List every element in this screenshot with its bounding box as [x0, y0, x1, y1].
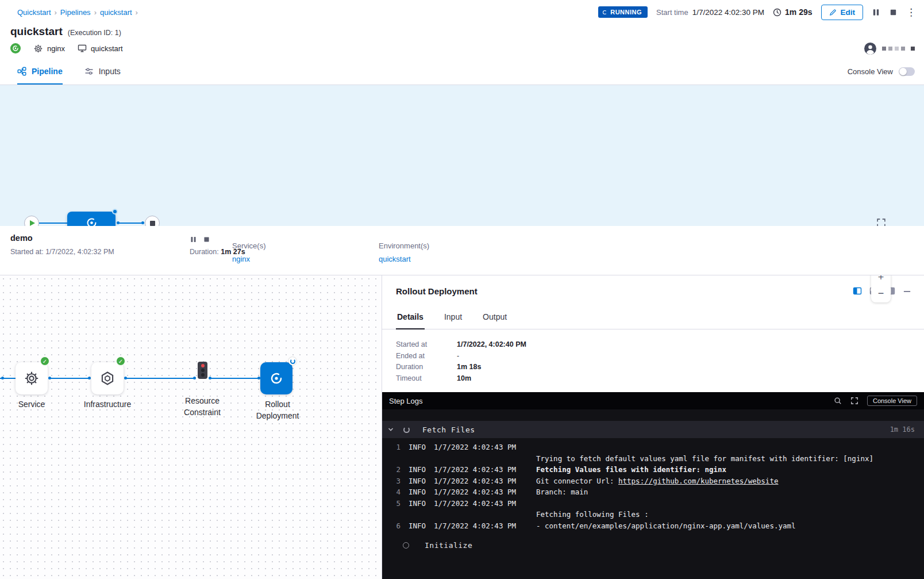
step-detail-title: Rollout Deployment	[396, 286, 478, 296]
log-section-name: Initialize	[425, 541, 472, 550]
step-label-infrastructure: Infrastructure	[73, 398, 142, 410]
pause-icon	[872, 8, 880, 17]
graph-edge	[126, 378, 194, 379]
clock-icon	[773, 8, 781, 17]
step-node-service[interactable]	[16, 362, 48, 394]
connector-dot	[193, 377, 196, 379]
status-badge: RUNNING	[598, 6, 648, 18]
search-icon[interactable]	[834, 397, 842, 405]
pencil-icon	[829, 9, 837, 16]
step-logs-console: Step Logs Console View Fetch Files 1m 16…	[382, 392, 924, 579]
expand-logs-icon[interactable]	[850, 397, 858, 405]
breadcrumb: Quickstart › Pipelines › quickstart ›	[17, 8, 138, 17]
log-line-continuation: Trying to fetch default values yaml file…	[382, 453, 924, 465]
graph-edge	[118, 223, 143, 224]
stage-indicator	[888, 47, 892, 51]
console-view-toggle[interactable]	[899, 67, 915, 76]
breadcrumb-link-pipelines[interactable]: Pipelines	[60, 8, 91, 17]
step-node-rollout-deployment[interactable]	[260, 362, 292, 394]
log-line: 1INFO1/7/2022 4:02:43 PM	[382, 442, 924, 453]
edit-button[interactable]: Edit	[821, 5, 864, 20]
hexagon-icon	[99, 370, 116, 386]
minimize-panel-button[interactable]	[903, 287, 911, 296]
log-line: 6INFO1/7/2022 4:02:43 PM- content/en/exa…	[382, 520, 924, 532]
environment-icon	[78, 44, 87, 53]
detail-label: Started at	[396, 339, 457, 351]
detail-value: 1m 18s	[457, 362, 481, 373]
stage-summary-bar: demo Started at: 1/7/2022, 4:02:32 PM Du…	[0, 226, 924, 275]
step-logs-title: Step Logs	[389, 397, 423, 405]
layout-right-panel-button[interactable]	[853, 286, 862, 296]
breadcrumb-separator: ›	[94, 8, 97, 17]
step-label-resource-constraint: Resource Constraint	[168, 395, 237, 418]
log-line: 5INFO1/7/2022 4:02:43 PM	[382, 498, 924, 509]
breadcrumb-link-pipeline-name[interactable]: quickstart	[100, 8, 132, 17]
pipeline-canvas[interactable]: demo + −	[0, 85, 924, 226]
log-line: 2INFO1/7/2022 4:02:43 PMFetching Values …	[382, 464, 924, 476]
start-time-value: 1/7/2022 4:02:30 PM	[692, 8, 764, 17]
inputs-icon	[84, 67, 94, 76]
stage-started-at: Started at: 1/7/2022, 4:02:32 PM	[10, 248, 114, 256]
services-label: Service(s)	[232, 241, 266, 250]
stage-indicator	[911, 47, 915, 51]
elapsed-time: 1m 29s	[773, 7, 812, 17]
zoom-out-button[interactable]: −	[871, 285, 891, 301]
duration-label: Duration:	[190, 248, 219, 256]
chevron-down-icon	[387, 426, 394, 433]
traffic-light-icon	[201, 364, 205, 367]
stage-indicator	[882, 47, 886, 51]
stage-indicator	[895, 47, 899, 51]
start-time-label: Start time	[656, 8, 688, 17]
breadcrumb-separator: ›	[55, 8, 57, 17]
tab-details[interactable]: Details	[396, 306, 425, 329]
step-label-rollout-deployment: Rollout Deployment	[243, 398, 312, 421]
stage-pause-button[interactable]	[190, 236, 197, 243]
git-connector-link[interactable]: https://github.com/kubernetes/website	[618, 477, 778, 485]
environments-label: Environment(s)	[379, 241, 429, 250]
abort-pipeline-button[interactable]	[889, 8, 898, 17]
pending-circle-icon	[403, 542, 409, 549]
step-node-resource-constraint[interactable]	[198, 362, 207, 379]
service-link[interactable]: nginx	[232, 255, 250, 263]
graph-edge	[211, 378, 259, 379]
detail-value: 10m	[457, 373, 471, 385]
detail-value: -	[457, 351, 459, 362]
tab-output[interactable]: Output	[482, 306, 508, 329]
tab-inputs[interactable]: Inputs	[84, 59, 121, 85]
breadcrumb-link-quickstart[interactable]: Quickstart	[17, 8, 51, 17]
detail-label: Timeout	[396, 373, 457, 385]
stage-running-badge	[112, 209, 118, 214]
console-view-button[interactable]: Console View	[867, 396, 917, 406]
environment-link[interactable]: quickstart	[379, 255, 411, 263]
step-node-infrastructure[interactable]	[91, 362, 124, 394]
environment-chip-label: quickstart	[91, 44, 123, 53]
step-label-service: Service	[0, 398, 66, 410]
rollout-icon	[270, 371, 283, 385]
section-spinner-icon	[403, 427, 410, 433]
stop-icon	[889, 8, 898, 17]
service-chip[interactable]: nginx	[33, 44, 65, 53]
user-avatar	[864, 43, 876, 55]
stage-stop-button[interactable]	[203, 236, 210, 243]
detail-value: 1/7/2022, 4:02:40 PM	[457, 339, 526, 351]
log-lines: 1INFO1/7/2022 4:02:43 PM Trying to fetch…	[382, 438, 924, 532]
execution-graph-canvas[interactable]: ✓ Service ✓ Infrastructure Resource Cons…	[0, 275, 382, 579]
more-options-button[interactable]: ⋮	[906, 7, 916, 17]
tab-input[interactable]: Input	[443, 306, 463, 329]
breadcrumb-separator: ›	[136, 8, 138, 17]
environment-chip[interactable]: quickstart	[78, 44, 123, 53]
log-line: 3INFO1/7/2022 4:02:43 PMGit connector Ur…	[382, 476, 924, 487]
log-section-name: Fetch Files	[422, 425, 475, 434]
pause-pipeline-button[interactable]	[872, 8, 880, 17]
log-section-initialize[interactable]: Initialize	[382, 537, 924, 553]
step-details: Started at 1/7/2022, 4:02:40 PM Ended at…	[382, 329, 924, 392]
gear-icon	[33, 44, 43, 53]
stage-name: demo	[10, 233, 33, 243]
end-icon	[150, 221, 155, 226]
execution-id: (Execution ID: 1)	[68, 29, 121, 37]
tab-pipeline[interactable]: Pipeline	[17, 59, 63, 85]
stage-indicator	[901, 47, 905, 51]
success-check-icon: ✓	[116, 356, 125, 366]
log-section-fetch-files[interactable]: Fetch Files 1m 16s	[382, 421, 924, 438]
log-line-continuation: Fetching following Files :	[382, 509, 924, 520]
